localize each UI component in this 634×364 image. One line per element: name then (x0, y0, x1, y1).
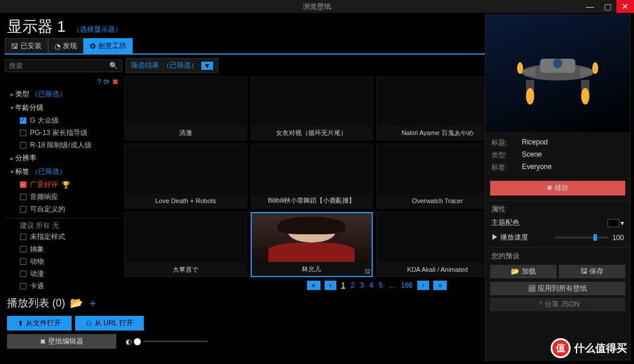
clear-filters-icon[interactable]: ✖ (112, 77, 119, 86)
playback-speed-row[interactable]: ▶ 播放速度 100 (485, 230, 630, 245)
save-icon: 🖫 (365, 268, 370, 275)
filter-results-button[interactable]: 筛选结果（已筛选） ▼ (126, 58, 218, 73)
tag-favorite[interactable]: −广受好评 🏆 (5, 178, 122, 191)
add-icon[interactable]: ＋ (87, 296, 98, 310)
svg-point-6 (526, 88, 534, 105)
close-button[interactable]: ✕ (616, 0, 634, 13)
filter-tags[interactable]: 标签 （已筛选） (5, 165, 122, 178)
play-icon: ▶ (491, 233, 498, 241)
watermark-badge: 值 (551, 338, 571, 358)
wallpaper-card[interactable]: Bilibili秋小蓉舞蹈【小鹿亂撞】 (251, 144, 373, 208)
page-1[interactable]: 1 (341, 281, 345, 289)
chevron-down-icon: ▾ (620, 219, 624, 227)
detail-type: Scene (522, 150, 542, 160)
speed-slider[interactable] (555, 237, 608, 238)
share-icon: ↗ (536, 300, 543, 308)
save-icon: 🖫 (11, 42, 18, 50)
wallpaper-card[interactable]: KDA Akali / Animated (376, 212, 499, 277)
select-display-link[interactable]: （选择显示器） (73, 25, 122, 35)
page-4[interactable]: 4 (369, 281, 373, 289)
display-title: 显示器 1 (7, 16, 66, 37)
page-3[interactable]: 3 (360, 281, 364, 289)
tag-animal[interactable]: 动物 (5, 255, 122, 268)
detail-tag: Everyone (522, 163, 552, 173)
detail-panel: 标题:Ricepod 类型:Scene 标签:Everyone ✖ 移除 属性 … (485, 14, 630, 360)
steam-icon: ❂ (90, 42, 96, 50)
wallpaper-card[interactable]: Nakiri Ayame 百鬼あやめ (376, 76, 499, 140)
upload-icon: ⬆ (18, 319, 23, 328)
window-controls: — ▢ ✕ (581, 0, 634, 13)
refresh-icon[interactable]: ⟳ (103, 77, 110, 86)
share-json-button[interactable]: ↗ 分享 JSON (490, 298, 625, 311)
color-scheme-row[interactable]: 主题配色 ▾ (485, 215, 630, 230)
wallpaper-card[interactable]: 女友对视（循环无片尾） (251, 76, 373, 140)
help-icon[interactable]: ? (97, 77, 102, 86)
tab-installed[interactable]: 🖫已安装 (5, 38, 48, 53)
detail-title: Ricepod (522, 138, 548, 148)
tab-discover[interactable]: ◔发现 (48, 38, 83, 53)
speed-value: 100 (612, 234, 624, 242)
trophy-icon: 🏆 (62, 181, 70, 189)
x-icon: ✖ (547, 184, 552, 192)
compass-icon: ◔ (55, 42, 60, 50)
apply-all-button[interactable]: ▦ 应用到所有壁纸 (490, 282, 625, 295)
age-g[interactable]: G 大众级 (5, 114, 122, 127)
filter-age[interactable]: 年龄分级 (5, 101, 122, 114)
tag-sub-labels[interactable]: 建议 所有 无 (5, 218, 122, 231)
remove-button[interactable]: ✖ 移除 (490, 181, 625, 196)
filter-resolution[interactable]: 分辨率 (5, 151, 122, 165)
tag-audio[interactable]: 音频响应 (5, 191, 122, 203)
tag-cartoon[interactable]: 卡通 (5, 280, 122, 292)
svg-point-10 (553, 59, 562, 68)
open-from-file-button[interactable]: ⬆从文件打开 (7, 316, 72, 331)
watermark: 值 什么值得买 (551, 338, 627, 358)
wallpaper-editor-button[interactable]: ✖壁纸编辑器 (7, 334, 116, 349)
properties-label: 属性 (485, 200, 630, 215)
wallpaper-card-selected[interactable]: 林允儿🖫 (251, 212, 373, 277)
minimize-button[interactable]: — (581, 0, 599, 13)
tag-cgi[interactable]: CGI (5, 292, 122, 294)
page-2[interactable]: 2 (350, 281, 355, 289)
page-end[interactable]: » (433, 281, 447, 290)
age-r18[interactable]: R-18 限制级/成人级 (5, 139, 122, 151)
title-bar: 浏览壁纸 — ▢ ✕ (0, 0, 634, 13)
page-5[interactable]: 5 (379, 281, 383, 289)
tools-icon: ✖ (40, 338, 46, 346)
folder-open-icon[interactable]: 📂 (70, 296, 83, 309)
wallpaper-card[interactable]: Love Death + Robots (124, 144, 247, 208)
search-input[interactable] (9, 62, 109, 70)
funnel-icon: ▼ (201, 62, 213, 70)
svg-point-7 (581, 88, 589, 105)
apply-icon: ▦ (528, 284, 535, 292)
tag-anime[interactable]: 动漫 (5, 268, 122, 280)
page-first[interactable]: « (307, 281, 321, 290)
open-from-url-button[interactable]: ⚇从 URL 打开 (75, 316, 144, 331)
age-pg13[interactable]: PG-13 家长指导级 (5, 127, 122, 139)
tag-custom[interactable]: 可自定义的 (5, 203, 122, 215)
maximize-button[interactable]: ▢ (599, 0, 616, 13)
portrait-thumb (252, 213, 372, 262)
page-prev[interactable]: ‹ (325, 281, 336, 290)
color-swatch[interactable] (608, 219, 619, 227)
wallpaper-card[interactable]: 大草原で (124, 212, 247, 277)
save-preset-button[interactable]: 🖫 保存 (559, 265, 625, 278)
search-box[interactable]: 🔍 (5, 59, 122, 72)
globe-icon: ⚇ (86, 319, 92, 328)
tag-abstract[interactable]: 抽象 (5, 243, 122, 255)
detail-info: 标题:Ricepod 类型:Scene 标签:Everyone (485, 132, 630, 178)
window-title: 浏览壁纸 (303, 2, 331, 12)
svg-point-9 (592, 62, 598, 74)
filter-type[interactable]: 类型 （已筛选） (5, 87, 122, 101)
save-icon: 🖫 (581, 267, 588, 275)
filter-sidebar: ? ⟳ ✖ 类型 （已筛选） 年龄分级 G 大众级 PG-13 家长指导级 R-… (5, 76, 122, 294)
wallpaper-card[interactable]: Overwatch Tracer (376, 144, 499, 208)
search-icon[interactable]: 🔍 (109, 62, 118, 70)
tab-workshop[interactable]: ❂创意工坊 (83, 38, 133, 53)
page-next[interactable]: › (417, 281, 429, 290)
wallpaper-card[interactable]: 清澈 (124, 76, 247, 140)
load-preset-button[interactable]: 📂 加载 (490, 265, 557, 278)
tag-unspec[interactable]: 未指定样式 (5, 231, 122, 243)
brightness-control[interactable]: ◐ (126, 338, 208, 346)
page-last-num[interactable]: 166 (401, 281, 413, 289)
contrast-icon: ◐ (126, 338, 131, 346)
